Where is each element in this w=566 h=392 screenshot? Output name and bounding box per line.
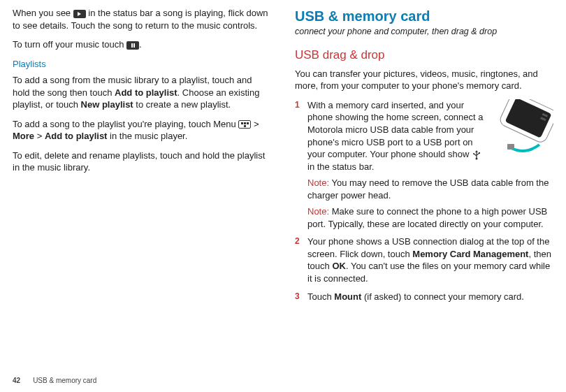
bold-add-to-playlist2: Add to playlist — [45, 131, 108, 141]
text: > — [251, 119, 259, 129]
menu-icon — [238, 120, 251, 129]
note-label: Note: — [307, 177, 329, 188]
page-footer: 42 USB & memory card — [13, 376, 96, 386]
page-number: 42 — [13, 376, 20, 386]
edit-playlists-paragraph: To edit, delete and rename playlists, to… — [13, 150, 271, 174]
step-1: With a memory card inserted, and your ph… — [295, 99, 553, 230]
bold-ok: OK — [332, 261, 346, 271]
usb-icon — [472, 150, 481, 160]
text: in the status bar. — [307, 161, 374, 172]
bold-memory-card-management: Memory Card Management — [412, 249, 528, 259]
note-1: Note: You may need to remove the USB dat… — [307, 177, 553, 201]
steps-list: With a memory card inserted, and your ph… — [295, 99, 553, 303]
text: When you see — [13, 8, 73, 18]
svg-point-4 — [473, 153, 474, 154]
left-column: When you see in the status bar a song is… — [13, 7, 271, 365]
pause-icon — [126, 41, 139, 50]
phone-usb-illustration — [491, 99, 553, 162]
playlists-heading: Playlists — [13, 58, 271, 71]
play-icon — [73, 10, 86, 18]
right-column: USB & memory card connect your phone and… — [295, 7, 553, 365]
step-3: Touch Mount (if asked) to connect your m… — [295, 291, 553, 303]
text: To turn off your music touch — [13, 39, 126, 50]
text: To add a song to the playlist you're pla… — [13, 119, 238, 129]
svg-rect-11 — [507, 144, 514, 150]
add-to-playlist-paragraph: To add a song from the music library to … — [13, 74, 271, 111]
step-2: Your phone shows a USB connection dialog… — [295, 235, 553, 284]
music-playing-paragraph: When you see in the status bar a song is… — [13, 7, 271, 31]
text: > — [34, 131, 45, 141]
turn-off-music-paragraph: To turn off your music touch . — [13, 38, 271, 51]
note-label: Note: — [307, 206, 329, 217]
text: Make sure to connect the phone to a high… — [307, 206, 547, 229]
section-title: USB & memory card — [295, 7, 553, 26]
text: You may need to remove the USB data cabl… — [307, 177, 549, 201]
text: . — [139, 39, 142, 50]
bold-add-to-playlist: Add to playlist — [115, 87, 177, 98]
svg-marker-2 — [475, 150, 478, 152]
bold-new-playlist: New playlist — [81, 99, 133, 110]
playing-playlist-paragraph: To add a song to the playlist you're pla… — [13, 118, 271, 143]
footer-section-name: USB & memory card — [33, 376, 96, 386]
bold-more: More — [13, 131, 34, 141]
intro-paragraph: You can transfer your pictures, videos, … — [295, 68, 553, 92]
text: With a memory card inserted, and your ph… — [307, 100, 484, 159]
text: to create a new playlist. — [133, 99, 231, 110]
note-2: Note: Make sure to connect the phone to … — [307, 205, 553, 230]
usb-drag-drop-heading: USB drag & drop — [295, 48, 553, 64]
bold-mount: Mount — [334, 291, 361, 302]
svg-rect-6 — [479, 152, 480, 154]
section-subtitle: connect your phone and computer, then dr… — [295, 26, 553, 38]
text: in the music player. — [107, 131, 187, 141]
text: (if asked) to connect your memory card. — [361, 291, 524, 302]
text: Touch — [307, 291, 334, 302]
